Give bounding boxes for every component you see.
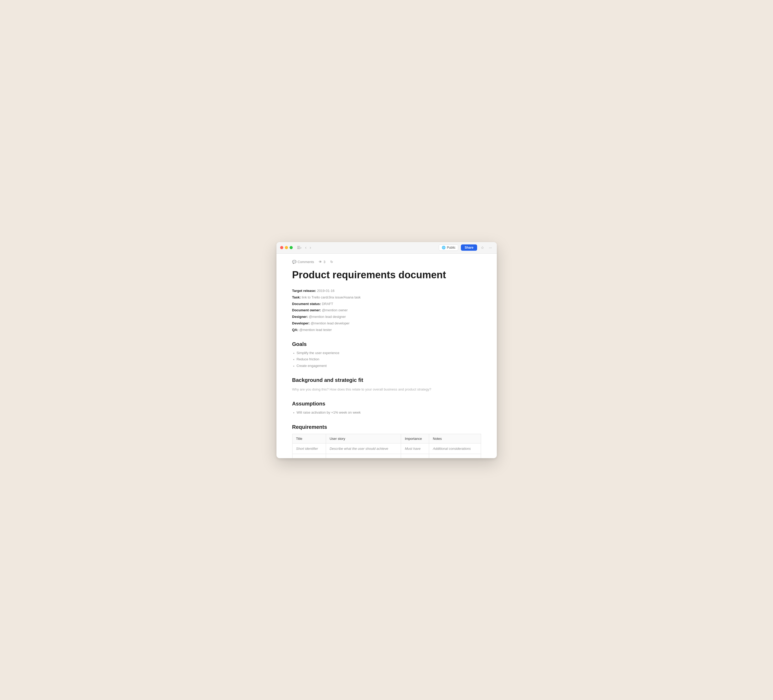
meta-developer: Developer: @mention lead developer bbox=[292, 321, 481, 326]
requirements-table: Title User story Importance Notes Short … bbox=[292, 434, 481, 458]
assumptions-heading: Assumptions bbox=[292, 401, 481, 407]
document-title: Product requirements document bbox=[292, 269, 481, 281]
comment-icon: 💬 bbox=[292, 260, 296, 264]
sidebar-toggle-icon[interactable]: ☰› bbox=[297, 245, 302, 250]
back-button[interactable]: ‹ bbox=[304, 245, 308, 250]
public-button[interactable]: 🌐 Public bbox=[439, 245, 459, 251]
meta-qa: QA: @mention lead tester bbox=[292, 327, 481, 333]
status-label: Document status: bbox=[292, 302, 321, 306]
table-row bbox=[292, 454, 481, 458]
sync-icon[interactable]: ↻ bbox=[330, 260, 333, 264]
goal-item-3: Create engagement bbox=[296, 364, 327, 368]
table-row: Short identifier Describe what the user … bbox=[292, 443, 481, 454]
list-item[interactable]: Simplify the user experience bbox=[293, 351, 481, 356]
share-button[interactable]: Share bbox=[461, 245, 477, 251]
target-release-label: Target release: bbox=[292, 289, 316, 293]
table-header-row: Title User story Importance Notes bbox=[292, 434, 481, 443]
owner-label: Document owner: bbox=[292, 308, 321, 312]
document-content: 💬 Comments 👁 3 ↻ Product requirements do… bbox=[276, 254, 497, 458]
cell-notes-1[interactable]: Additional considerations bbox=[429, 443, 481, 454]
cell-importance-1[interactable]: Must have bbox=[401, 443, 429, 454]
views-counter: 👁 3 bbox=[319, 260, 325, 264]
star-icon[interactable]: ☆ bbox=[480, 245, 485, 250]
eye-icon: 👁 bbox=[319, 260, 322, 264]
requirements-heading: Requirements bbox=[292, 424, 481, 430]
meta-designer: Designer: @mention lead designer bbox=[292, 314, 481, 320]
navigation-arrows: ‹ › bbox=[304, 245, 312, 250]
list-item[interactable]: Will raise activation by +1% week on wee… bbox=[293, 411, 481, 416]
close-button[interactable] bbox=[280, 246, 283, 249]
app-window: ☰› ‹ › 🌐 Public Share ☆ ··· 💬 Comments 👁… bbox=[276, 242, 497, 458]
maximize-button[interactable] bbox=[289, 246, 293, 249]
list-item[interactable]: Reduce friction bbox=[293, 357, 481, 362]
requirements-section: Requirements Title User story Importance… bbox=[292, 424, 481, 458]
cell-notes-2[interactable] bbox=[429, 454, 481, 458]
developer-label: Developer: bbox=[292, 321, 310, 325]
forward-button[interactable]: › bbox=[309, 245, 312, 250]
globe-icon: 🌐 bbox=[442, 246, 446, 250]
list-item[interactable]: Create engagement bbox=[293, 364, 481, 369]
cell-title-2[interactable] bbox=[292, 454, 326, 458]
views-count: 3 bbox=[323, 260, 325, 264]
meta-owner: Document owner: @mention owner bbox=[292, 308, 481, 313]
background-heading: Background and strategic fit bbox=[292, 377, 481, 383]
col-title: Title bbox=[292, 434, 326, 443]
assumptions-list: Will raise activation by +1% week on wee… bbox=[292, 411, 481, 416]
task-value[interactable]: link to Trello card/Jira issue/Asana tas… bbox=[302, 295, 361, 299]
meta-target-release: Target release: 2019-01-16 bbox=[292, 288, 481, 294]
goal-item-1: Simplify the user experience bbox=[296, 351, 339, 355]
qa-value[interactable]: @mention lead tester bbox=[299, 328, 332, 332]
task-label: Task: bbox=[292, 295, 301, 299]
titlebar: ☰› ‹ › 🌐 Public Share ☆ ··· bbox=[276, 242, 497, 254]
traffic-lights bbox=[280, 246, 293, 249]
target-release-value[interactable]: 2019-01-16 bbox=[317, 289, 335, 293]
developer-value[interactable]: @mention lead developer bbox=[311, 321, 349, 325]
qa-label: QA: bbox=[292, 328, 298, 332]
comments-button[interactable]: 💬 Comments bbox=[292, 260, 314, 264]
goals-heading: Goals bbox=[292, 341, 481, 347]
meta-status: Document status: DRAFT bbox=[292, 301, 481, 307]
assumption-item-1: Will raise activation by +1% week on wee… bbox=[296, 411, 361, 414]
document-metadata: Target release: 2019-01-16 Task: link to… bbox=[292, 288, 481, 333]
background-body: Why are you doing this? How does this re… bbox=[292, 387, 481, 392]
owner-value[interactable]: @mention owner bbox=[322, 308, 347, 312]
comments-label: Comments bbox=[298, 260, 314, 264]
goals-list: Simplify the user experience Reduce fric… bbox=[292, 351, 481, 369]
titlebar-right: 🌐 Public Share ☆ ··· bbox=[439, 245, 493, 251]
col-importance: Importance bbox=[401, 434, 429, 443]
cell-story-2[interactable] bbox=[326, 454, 401, 458]
cell-title-1[interactable]: Short identifier bbox=[292, 443, 326, 454]
minimize-button[interactable] bbox=[285, 246, 288, 249]
designer-label: Designer: bbox=[292, 315, 308, 319]
meta-task: Task: link to Trello card/Jira issue/Asa… bbox=[292, 295, 481, 300]
designer-value[interactable]: @mention lead designer bbox=[309, 315, 346, 319]
public-label: Public bbox=[447, 246, 456, 250]
more-options-icon[interactable]: ··· bbox=[488, 245, 493, 250]
background-section: Background and strategic fit Why are you… bbox=[292, 377, 481, 392]
cell-story-1[interactable]: Describe what the user should achieve bbox=[326, 443, 401, 454]
cell-importance-2[interactable] bbox=[401, 454, 429, 458]
doc-toolbar: 💬 Comments 👁 3 ↻ bbox=[292, 260, 481, 269]
goals-section: Goals Simplify the user experience Reduc… bbox=[292, 341, 481, 369]
col-user-story: User story bbox=[326, 434, 401, 443]
assumptions-section: Assumptions Will raise activation by +1%… bbox=[292, 401, 481, 416]
goal-item-2: Reduce friction bbox=[296, 357, 319, 361]
status-value: DRAFT bbox=[322, 302, 333, 306]
col-notes: Notes bbox=[429, 434, 481, 443]
